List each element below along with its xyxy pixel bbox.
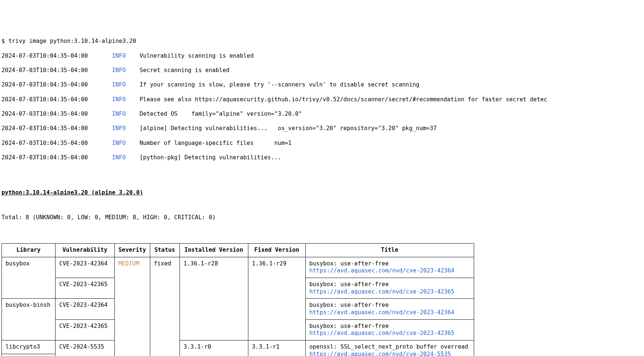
log-level: INFO: [112, 125, 126, 132]
vuln-link[interactable]: https://avd.aquasec.com/nvd/cve-2023-423…: [309, 288, 470, 296]
cell-fixed: 1.36.1-r29: [248, 257, 305, 340]
vuln-title: busybox: use-after-free: [309, 302, 470, 309]
col-status: Status: [150, 243, 180, 257]
terminal-output: $ trivy image python:3.10.14-alpine3.20 …: [1, 31, 643, 169]
col-severity: Severity: [115, 243, 150, 257]
col-installed-version: Installed Version: [180, 243, 248, 257]
cell-library: libcrypto3: [2, 340, 56, 354]
log-timestamp: 2024-07-03T10:04:35-04:00: [1, 111, 88, 117]
log-level: INFO: [112, 154, 126, 161]
cell-library: busybox: [2, 257, 56, 299]
log-message: Number of language-specific files num=1: [140, 140, 292, 146]
vuln-link[interactable]: https://avd.aquasec.com/nvd/cve-2023-423…: [309, 330, 470, 337]
log-message: [alpine] Detecting vulnerabilities... os…: [140, 125, 437, 132]
log-line: 2024-07-03T10:04:35-04:00 INFO [alpine] …: [1, 125, 643, 132]
log-level: INFO: [112, 111, 126, 117]
col-library: Library: [2, 243, 56, 257]
command-line: $ trivy image python:3.10.14-alpine3.20: [1, 38, 643, 45]
log-timestamp: 2024-07-03T10:04:35-04:00: [1, 52, 88, 59]
log-message: Please see also https://aquasecurity.git…: [140, 96, 547, 103]
log-level: INFO: [112, 96, 126, 103]
cell-status: fixed: [150, 257, 180, 356]
vuln-link[interactable]: https://avd.aquasec.com/nvd/cve-2023-423…: [309, 309, 470, 316]
vuln-title: busybox: use-after-free: [309, 260, 470, 268]
log-level: INFO: [112, 52, 126, 59]
log-timestamp: 2024-07-03T10:04:35-04:00: [1, 81, 88, 88]
log-line: 2024-07-03T10:04:35-04:00 INFO [python-p…: [1, 154, 643, 162]
log-line: 2024-07-03T10:04:35-04:00 INFO If your s…: [1, 81, 643, 89]
log-message: [python-pkg] Detecting vulnerabilities..…: [140, 154, 281, 161]
cell-cve: CVE-2023-42365: [56, 319, 115, 340]
log-level: INFO: [112, 67, 126, 74]
cell-title: busybox: use-after-free https://avd.aqua…: [305, 257, 474, 278]
cell-cve: CVE-2023-42364: [56, 257, 115, 278]
vuln-link[interactable]: https://avd.aquasec.com/nvd/cve-2023-423…: [309, 267, 470, 275]
log-level: INFO: [112, 81, 126, 88]
cell-library: libssl3: [2, 354, 56, 356]
log-line: 2024-07-03T10:04:35-04:00 INFO Secret sc…: [1, 67, 643, 74]
cell-title: openssl: SSL_select_next_proto buffer ov…: [305, 340, 474, 356]
vuln-title: openssl: SSL_select_next_proto buffer ov…: [309, 343, 470, 351]
log-message: Secret scanning is enabled: [140, 67, 229, 74]
cell-cve: CVE-2023-42365: [56, 278, 115, 298]
cell-fixed: 3.3.1-r1: [248, 340, 305, 356]
col-title: Title: [305, 243, 474, 257]
table-row: libcrypto3 CVE-2024-5535 3.3.1-r0 3.3.1-…: [2, 340, 474, 354]
cell-cve: CVE-2024-5535: [56, 340, 115, 356]
log-timestamp: 2024-07-03T10:04:35-04:00: [1, 67, 88, 74]
cell-installed: 1.36.1-r28: [180, 257, 248, 340]
log-timestamp: 2024-07-03T10:04:35-04:00: [1, 140, 88, 146]
scan-target-heading: python:3.10.14-alpine3.20 (alpine 3.20.0…: [1, 189, 643, 197]
cell-title: busybox: use-after-free https://avd.aqua…: [305, 299, 474, 319]
cell-title: busybox: use-after-free https://avd.aqua…: [305, 319, 474, 340]
vulnerability-table: Library Vulnerability Severity Status In…: [1, 243, 474, 356]
col-vulnerability: Vulnerability: [56, 243, 115, 257]
log-message: Detected OS family="alpine" version="3.2…: [140, 111, 302, 117]
cell-installed: 3.3.1-r0: [180, 340, 248, 356]
table-row: busybox CVE-2023-42364 MEDIUM fixed 1.36…: [2, 257, 474, 278]
scan-totals: Total: 8 (UNKNOWN: 0, LOW: 0, MEDIUM: 8,…: [1, 214, 643, 221]
col-fixed-version: Fixed Version: [248, 243, 305, 257]
log-line: 2024-07-03T10:04:35-04:00 INFO Vulnerabi…: [1, 52, 643, 60]
severity-medium: MEDIUM: [118, 260, 139, 267]
cell-library: busybox-binsh: [2, 299, 56, 340]
vuln-link[interactable]: https://avd.aquasec.com/nvd/cve-2024-553…: [309, 351, 470, 356]
log-line: 2024-07-03T10:04:35-04:00 INFO Detected …: [1, 111, 643, 118]
cell-cve: CVE-2023-42364: [56, 299, 115, 319]
vuln-title: busybox: use-after-free: [309, 323, 470, 330]
log-message: If your scanning is slow, please try '--…: [140, 81, 419, 88]
log-line: 2024-07-03T10:04:35-04:00 INFO Please se…: [1, 96, 643, 104]
log-timestamp: 2024-07-03T10:04:35-04:00: [1, 154, 88, 161]
log-message: Vulnerability scanning is enabled: [140, 52, 254, 59]
log-level: INFO: [112, 140, 126, 146]
cell-title: busybox: use-after-free https://avd.aqua…: [305, 278, 474, 298]
vuln-title: busybox: use-after-free: [309, 281, 470, 288]
log-line: 2024-07-03T10:04:35-04:00 INFO Number of…: [1, 140, 643, 147]
cell-severity: MEDIUM: [115, 257, 150, 356]
table-header-row: Library Vulnerability Severity Status In…: [2, 243, 474, 257]
log-timestamp: 2024-07-03T10:04:35-04:00: [1, 96, 88, 103]
log-timestamp: 2024-07-03T10:04:35-04:00: [1, 125, 88, 132]
